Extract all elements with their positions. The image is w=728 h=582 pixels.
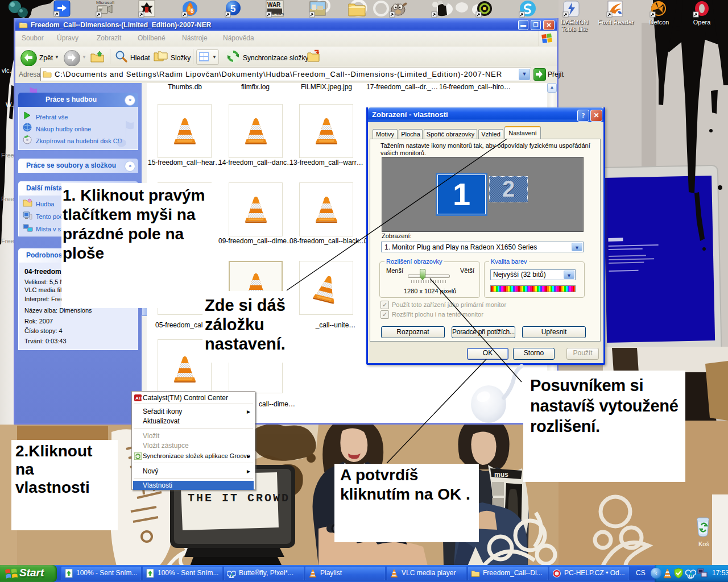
svg-text:WAR: WAR (267, 2, 281, 8)
svg-text:mus: mus (494, 471, 508, 479)
svg-text:Microsoft: Microsoft (96, 0, 114, 5)
svg-text:6: 6 (191, 8, 194, 14)
svg-text:THE IT CROWD: THE IT CROWD (188, 492, 290, 505)
svg-text:ATI: ATI (135, 396, 142, 401)
svg-text:Koš: Koš (698, 541, 709, 547)
svg-text:5: 5 (230, 3, 235, 14)
svg-text:vlc..: vlc.. (2, 67, 13, 74)
